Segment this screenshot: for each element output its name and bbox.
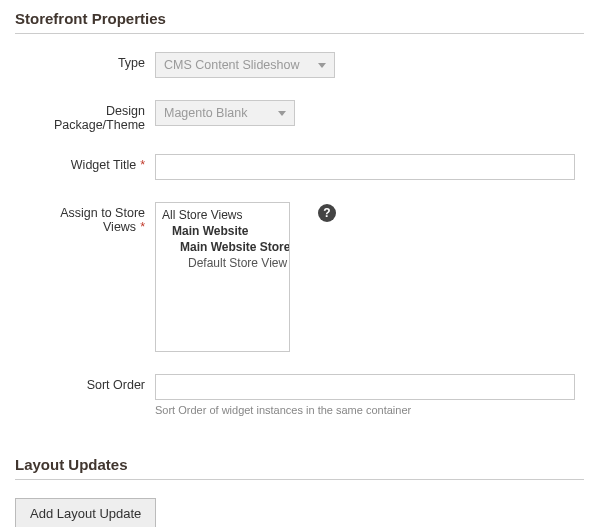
section-title-storefront: Storefront Properties [15,10,584,34]
add-layout-update-button[interactable]: Add Layout Update [15,498,156,527]
required-marker: * [140,220,145,234]
widget-title-input[interactable] [155,154,575,180]
chevron-down-icon [318,63,326,68]
label-sort-order: Sort Order [15,374,155,392]
label-store-views: Assign to Store Views* [15,202,155,234]
theme-select: Magento Blank [155,100,295,126]
sort-order-input[interactable] [155,374,575,400]
store-view-option[interactable]: Main Website Store [158,239,287,255]
label-type: Type [15,52,155,70]
label-theme: Design Package/Theme [15,100,155,132]
chevron-down-icon [278,111,286,116]
store-view-option[interactable]: Main Website [158,223,287,239]
sort-order-hint: Sort Order of widget instances in the sa… [155,404,584,416]
label-widget-title: Widget Title* [15,154,155,172]
theme-select-value: Magento Blank [164,106,247,120]
store-view-option[interactable]: All Store Views [158,207,287,223]
store-view-option[interactable]: Default Store View [158,255,287,271]
required-marker: * [140,158,145,172]
type-select-value: CMS Content Slideshow [164,58,299,72]
section-title-layout-updates: Layout Updates [15,456,584,480]
type-select: CMS Content Slideshow [155,52,335,78]
store-views-multiselect[interactable]: All Store Views Main Website Main Websit… [155,202,290,352]
help-icon[interactable]: ? [318,204,336,222]
